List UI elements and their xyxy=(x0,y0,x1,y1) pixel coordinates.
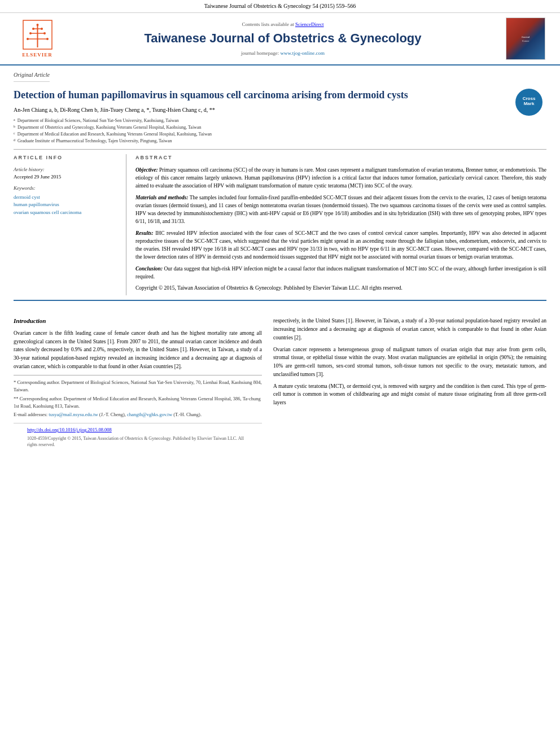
keyword-1: dermoid cyst xyxy=(14,194,119,201)
materials-text: The samples included four formalin-fixed… xyxy=(135,195,546,225)
journal-homepage-link[interactable]: www.tjog-online.com xyxy=(281,50,325,56)
article-type: Original Article xyxy=(14,71,50,82)
affiliation-b: b Department of Obstetrics and Gynecolog… xyxy=(14,124,546,131)
main-right-column: respectively, in the United States [1]. … xyxy=(273,317,546,451)
abstract-objective: Objective: Primary squamous cell carcino… xyxy=(135,166,546,190)
article-info-label: ARTICLE INFO xyxy=(14,154,119,161)
intro-para4: A mature cystic teratoma (MCT), or dermo… xyxy=(273,382,546,407)
crossmark-svg: Cross Mark xyxy=(519,92,539,112)
svg-point-10 xyxy=(32,28,34,30)
crossmark-badge: Cross Mark xyxy=(515,89,546,120)
copyright-footer: 1028-4559/Copyright © 2015, Taiwan Assoc… xyxy=(27,435,248,448)
intro-para2: respectively, in the United States [1]. … xyxy=(273,317,546,342)
abstract-conclusion: Conclusion: Our data suggest that high-r… xyxy=(135,265,546,281)
abstract-results: Results: IHC revealed HPV infection asso… xyxy=(135,229,546,261)
results-label: Results: xyxy=(135,230,154,236)
authors-line: An-Jen Chiang a, b, Di-Rong Chen b, Jiin… xyxy=(14,106,546,114)
abstract-content: Objective: Primary squamous cell carcino… xyxy=(135,166,546,292)
article-info-column: ARTICLE INFO Article history: Accepted 2… xyxy=(14,154,126,295)
materials-label: Materials and methods: xyxy=(135,195,188,200)
article-title-container: Detection of human papillomavirus in squ… xyxy=(14,89,546,102)
svg-point-6 xyxy=(27,38,29,40)
objective-label: Objective: xyxy=(135,167,158,173)
affiliations: a Department of Biological Sciences, Nat… xyxy=(14,117,546,145)
journal-topbar: Taiwanese Journal of Obstetrics & Gyneco… xyxy=(0,0,560,13)
sciencedirect-line: Contents lists available at ScienceDirec… xyxy=(65,21,500,28)
article-section: Original Article Detection of human papi… xyxy=(0,65,560,311)
journal-thumbnail: JournalCover xyxy=(506,18,545,60)
journal-thumbnail-area: JournalCover xyxy=(500,18,551,60)
keyword-2: human papillomavirus xyxy=(14,201,119,208)
email1-link[interactable]: tusya@mail.nsysu.edu.tw xyxy=(49,412,98,417)
authors-text: An-Jen Chiang a, b, Di-Rong Chen b, Jiin… xyxy=(14,107,215,113)
intro-para3: Ovarian cancer represents a heterogeneou… xyxy=(273,346,546,379)
svg-text:Mark: Mark xyxy=(524,101,535,106)
journal-homepage: journal homepage: www.tjog-online.com xyxy=(65,50,500,57)
svg-point-8 xyxy=(29,32,32,34)
abstract-label: ABSTRACT xyxy=(135,154,546,161)
email-label: E-mail addresses: xyxy=(14,412,47,417)
right-column-body: respectively, in the United States [1]. … xyxy=(273,317,546,407)
introduction-heading: Introduction xyxy=(14,317,262,325)
affiliation-a-text: Department of Biological Sciences, Natio… xyxy=(18,117,179,124)
objective-text: Primary squamous cell carcinoma (SCC) of… xyxy=(135,167,546,189)
footnote-corresponding1: * Corresponding author. Department of Bi… xyxy=(14,379,262,394)
journal-ref: Taiwanese Journal of Obstetrics & Gyneco… xyxy=(204,3,356,9)
elsevier-label: ELSEVIER xyxy=(22,51,53,59)
article-title-text: Detection of human papillomavirus in squ… xyxy=(14,89,408,101)
footnote-1-label: * Corresponding author. xyxy=(14,379,60,385)
abstract-copyright: Copyright © 2015, Taiwan Association of … xyxy=(135,284,546,292)
results-text: IHC revealed HPV infection associated wi… xyxy=(135,230,546,260)
email2-link[interactable]: changth@vghks.gov.tw xyxy=(127,412,172,417)
doi-link[interactable]: http://dx.doi.org/10.1016/j.tjog.2015.08… xyxy=(27,427,248,434)
svg-text:Cross: Cross xyxy=(523,96,536,101)
main-content: Introduction Ovarian cancer is the fifth… xyxy=(0,311,560,457)
svg-point-12 xyxy=(36,24,38,26)
email1-suffix: (J.-T. Cheng), xyxy=(99,412,126,417)
article-info-abstract: ARTICLE INFO Article history: Accepted 2… xyxy=(14,149,546,295)
footnotes: * Corresponding author. Department of Bi… xyxy=(14,375,262,418)
svg-point-9 xyxy=(43,32,46,34)
intro-para1: Ovarian cancer is the fifth leading caus… xyxy=(14,329,262,371)
affiliation-b-text: Department of Obstetrics and Gynecology,… xyxy=(18,124,201,131)
journal-title: Taiwanese Journal of Obstetrics & Gyneco… xyxy=(65,30,500,47)
abstract-column: ABSTRACT Objective: Primary squamous cel… xyxy=(135,154,546,295)
publisher-logo-area: ELSEVIER xyxy=(9,19,65,59)
introduction-body: Ovarian cancer is the fifth leading caus… xyxy=(14,329,262,371)
footnote-2-label: ** Corresponding author. xyxy=(14,396,63,401)
crossmark-icon: Cross Mark xyxy=(515,89,542,116)
keywords-section: Keywords: dermoid cyst human papillomavi… xyxy=(14,185,119,216)
elsevier-icon xyxy=(22,19,53,50)
email2-suffix: (T.-H. Chang). xyxy=(173,412,202,417)
affiliation-d-text: Graduate Institute of Pharmaceutical Tec… xyxy=(18,138,172,145)
affiliation-d: d Graduate Institute of Pharmaceutical T… xyxy=(14,138,546,145)
sciencedirect-link[interactable]: ScienceDirect xyxy=(295,21,323,27)
doi-anchor[interactable]: http://dx.doi.org/10.1016/j.tjog.2015.08… xyxy=(27,427,112,433)
svg-point-11 xyxy=(41,28,43,30)
affiliation-c: c Department of Medical Education and Re… xyxy=(14,131,546,138)
footnote-corresponding2: ** Corresponding author. Department of M… xyxy=(14,395,262,410)
affiliation-a: a Department of Biological Sciences, Nat… xyxy=(14,117,546,124)
conclusion-text: Our data suggest that high-risk HPV infe… xyxy=(135,266,546,279)
main-left-column: Introduction Ovarian cancer is the fifth… xyxy=(14,317,262,451)
affiliation-c-text: Department of Medical Education and Rese… xyxy=(18,131,212,138)
page: Taiwanese Journal of Obstetrics & Gyneco… xyxy=(0,0,560,747)
article-history: Article history: Accepted 29 June 2015 xyxy=(14,166,119,180)
keyword-3: ovarian squamous cell carcinoma xyxy=(14,209,119,216)
svg-point-7 xyxy=(46,38,49,40)
doi-section: http://dx.doi.org/10.1016/j.tjog.2015.08… xyxy=(14,423,262,451)
abstract-materials: Materials and methods: The samples inclu… xyxy=(135,194,546,226)
journal-header: ELSEVIER Contents lists available at Sci… xyxy=(0,13,560,65)
conclusion-label: Conclusion: xyxy=(135,266,163,272)
accepted-date: Accepted 29 June 2015 xyxy=(14,173,119,181)
journal-header-center: Contents lists available at ScienceDirec… xyxy=(65,21,500,57)
footnote-emails: E-mail addresses: tusya@mail.nsysu.edu.t… xyxy=(14,411,262,418)
history-label: Article history: xyxy=(14,166,119,173)
keywords-label: Keywords: xyxy=(14,185,119,192)
section-divider xyxy=(14,300,546,301)
elsevier-logo: ELSEVIER xyxy=(22,19,53,59)
